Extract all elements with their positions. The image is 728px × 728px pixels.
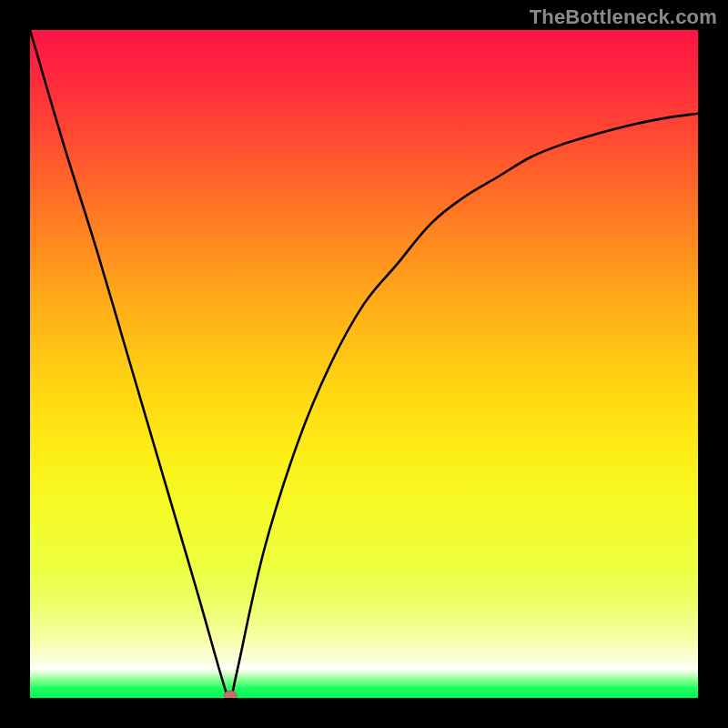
watermark-text: TheBottleneck.com bbox=[530, 5, 717, 29]
plot-area bbox=[30, 30, 698, 698]
minimum-marker bbox=[224, 691, 237, 698]
curve-svg bbox=[30, 30, 698, 698]
bottleneck-curve bbox=[30, 30, 698, 698]
chart-frame: TheBottleneck.com bbox=[0, 0, 728, 728]
